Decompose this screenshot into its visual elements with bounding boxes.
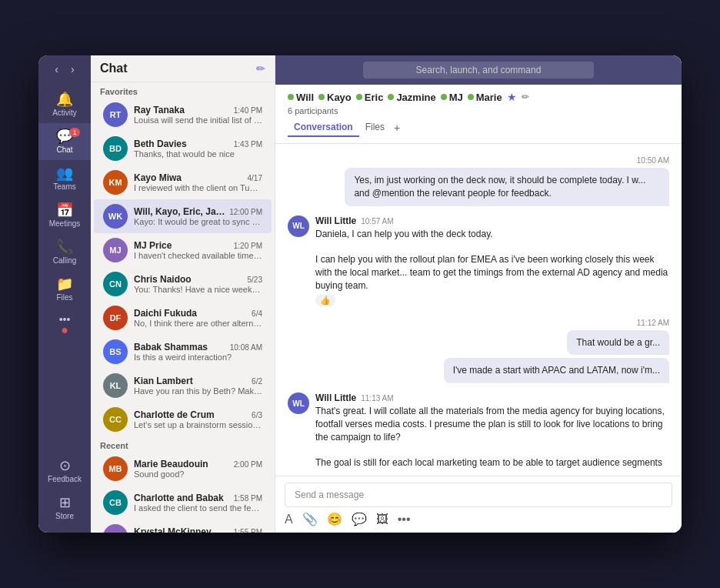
list-item[interactable]: BS Babak Shammas 10:08 AM Is this a weir… — [94, 335, 272, 369]
status-dot — [388, 94, 394, 100]
tab-conversation[interactable]: Conversation — [288, 119, 359, 137]
message-bubble: Yes, im just working on the deck now, it… — [345, 168, 669, 206]
nav-forward[interactable]: › — [68, 62, 78, 77]
chat-item-info: Chris Naidoo 5/23 You: Thanks! Have a ni… — [134, 274, 262, 294]
chat-list-scroll[interactable]: Favorites RT Ray Tanaka 1:40 PM Louisa w… — [91, 82, 275, 533]
nav-item-teams[interactable]: 👥 Teams — [38, 160, 91, 197]
chat-time: 6/2 — [252, 377, 262, 386]
list-item[interactable]: KM Krystal McKinney 1:55 PM Yes? — [94, 520, 272, 533]
message-author: Will Little — [315, 393, 356, 403]
list-item[interactable]: CC Charlotte de Crum 6/3 Let's set up a … — [94, 403, 272, 436]
nav-arrows: ‹ › — [52, 62, 77, 77]
chat-badge: 1 — [69, 128, 80, 137]
chat-input-area: Send a message A 📎 😊 💬 🖼 ••• — [275, 476, 682, 533]
tab-files[interactable]: Files — [359, 119, 391, 137]
message-author: Will Little — [315, 215, 356, 226]
message-reaction: 👍 — [315, 295, 335, 306]
chat-preview: Louisa will send the initial list of att… — [134, 115, 262, 125]
chat-time: 1:20 PM — [234, 242, 262, 250]
add-tab-icon[interactable]: + — [391, 119, 403, 137]
message-timestamp: 11:12 AM — [637, 319, 669, 327]
more-toolbar-icon[interactable]: ••• — [398, 513, 411, 526]
chat-time: 6/3 — [252, 411, 262, 419]
avatar: BS — [103, 339, 128, 364]
message-time: 10:57 AM — [361, 217, 393, 226]
participant-mj: MJ — [441, 92, 463, 103]
emoji-icon[interactable]: 😊 — [327, 512, 342, 526]
list-item[interactable]: RT Ray Tanaka 1:40 PM Louisa will send t… — [94, 98, 272, 132]
status-dot — [288, 94, 294, 100]
chat-item-info: Will, Kayo, Eric, Jazmine, +2 12:00 PM K… — [134, 206, 262, 226]
participant-will: Will — [288, 92, 314, 103]
list-item[interactable]: MJ MJ Price 1:20 PM I haven't checked av… — [94, 233, 272, 267]
chat-item-info: MJ Price 1:20 PM I haven't checked avail… — [134, 240, 262, 260]
chat-tabs: Conversation Files + — [288, 119, 669, 137]
nav-label-chat: Chat — [56, 145, 72, 154]
avatar: MB — [103, 456, 128, 481]
list-item[interactable]: CN Chris Naidoo 5/23 You: Thanks! Have a… — [94, 267, 272, 301]
compose-icon[interactable]: ✏ — [256, 62, 265, 75]
chat-name: Beth Davies — [134, 139, 187, 149]
avatar: MJ — [103, 238, 128, 262]
list-item[interactable]: DF Daichi Fukuda 6/4 No, I think there a… — [94, 301, 272, 335]
list-item[interactable]: CB Charlotte and Babak 1:58 PM I asked t… — [94, 486, 272, 520]
nav-item-chat[interactable]: 💬 1 Chat — [38, 123, 91, 160]
sticker-icon[interactable]: 🖼 — [376, 513, 388, 526]
nav-item-calling[interactable]: 📞 Calling — [38, 234, 91, 271]
attach-icon[interactable]: 📎 — [302, 512, 318, 526]
nav-label-files: Files — [56, 293, 72, 302]
chat-item-info: Daichi Fukuda 6/4 No, I think there are … — [134, 308, 262, 328]
chat-preview: I asked the client to send the feedback … — [134, 503, 262, 513]
chat-name: Will, Kayo, Eric, Jazmine, +2 — [134, 206, 229, 217]
chat-preview: You: Thanks! Have a nice weekend — [134, 285, 262, 294]
participant-kayo: Kayo — [318, 92, 352, 103]
chat-item-info: Marie Beaudouin 2:00 PM Sound good? — [134, 459, 262, 479]
chat-time: 10:08 AM — [230, 343, 262, 352]
nav-rail: ‹ › 🔔 Activity 💬 1 Chat 👥 Teams 📅 Meetin… — [38, 55, 91, 533]
chat-item-info: Babak Shammas 10:08 AM Is this a weird i… — [134, 342, 262, 362]
message-bubble: That would be a gr... — [567, 330, 669, 356]
edit-icon[interactable]: ✏ — [522, 92, 529, 102]
chat-preview: I haven't checked available times yet — [134, 251, 262, 260]
favorite-icon[interactable]: ★ — [507, 91, 517, 103]
gif-icon[interactable]: 💬 — [352, 512, 367, 526]
nav-label-teams: Teams — [53, 182, 75, 191]
nav-back[interactable]: ‹ — [52, 62, 62, 77]
chat-preview: Thanks, that would be nice — [134, 149, 262, 159]
list-item[interactable]: BD Beth Davies 1:43 PM Thanks, that woul… — [94, 132, 272, 165]
chat-item-info: Charlotte de Crum 6/3 Let's set up a bra… — [134, 409, 262, 429]
list-item-active[interactable]: WK Will, Kayo, Eric, Jazmine, +2 12:00 P… — [94, 199, 272, 233]
chat-name: Krystal McKinney — [134, 526, 212, 533]
chat-preview: Kayo: It would be great to sync with you… — [134, 217, 262, 226]
nav-item-files[interactable]: 📁 Files — [38, 271, 91, 308]
chat-header: Will Kayo Eric Jazmine — [275, 85, 682, 144]
chat-item-info: Krystal McKinney 1:55 PM Yes? — [134, 526, 262, 533]
list-item[interactable]: MB Marie Beaudouin 2:00 PM Sound good? — [94, 452, 272, 486]
nav-item-feedback[interactable]: ⊙ Feedback — [38, 453, 91, 489]
message-left: WL Will Little 11:13 AM That's great. I … — [288, 393, 669, 469]
chat-time: 5/23 — [248, 276, 262, 284]
chat-name: MJ Price — [134, 240, 172, 251]
search-input[interactable]: Search, launch, and command — [363, 62, 594, 79]
chat-messages[interactable]: 10:50 AM Yes, im just working on the dec… — [275, 144, 682, 476]
avatar: KM — [103, 170, 128, 195]
message-right: 10:50 AM Yes, im just working on the dec… — [288, 153, 669, 206]
nav-item-store[interactable]: ⊞ Store — [38, 489, 91, 526]
nav-item-activity[interactable]: 🔔 Activity — [38, 86, 91, 123]
avatar: DF — [103, 306, 128, 330]
format-icon[interactable]: A — [285, 513, 293, 526]
message-bubble: I've made a start with APAC and LATAM, n… — [444, 358, 669, 383]
chat-item-info: Beth Davies 1:43 PM Thanks, that would b… — [134, 139, 262, 159]
avatar: WL — [288, 393, 309, 414]
nav-bottom: ⊙ Feedback ⊞ Store — [38, 453, 91, 526]
nav-item-meetings[interactable]: 📅 Meetings — [38, 197, 91, 234]
chat-main: Search, launch, and command Will Kayo E — [275, 55, 682, 533]
avatar: RT — [103, 102, 128, 127]
message-input[interactable]: Send a message — [285, 483, 672, 507]
list-item[interactable]: KL Kian Lambert 6/2 Have you ran this by… — [94, 369, 272, 403]
chat-list-panel: Chat ✏ Favorites RT Ray Tanaka 1:40 PM L… — [91, 55, 275, 533]
nav-item-more[interactable]: ••• ● — [38, 308, 91, 339]
chat-item-info: Kian Lambert 6/2 Have you ran this by Be… — [134, 376, 262, 396]
list-item[interactable]: KM Kayo Miwa 4/17 I reviewed with the cl… — [94, 165, 272, 199]
message-left: WL Will Little 10:57 AM Daniela, I can h… — [288, 215, 669, 306]
